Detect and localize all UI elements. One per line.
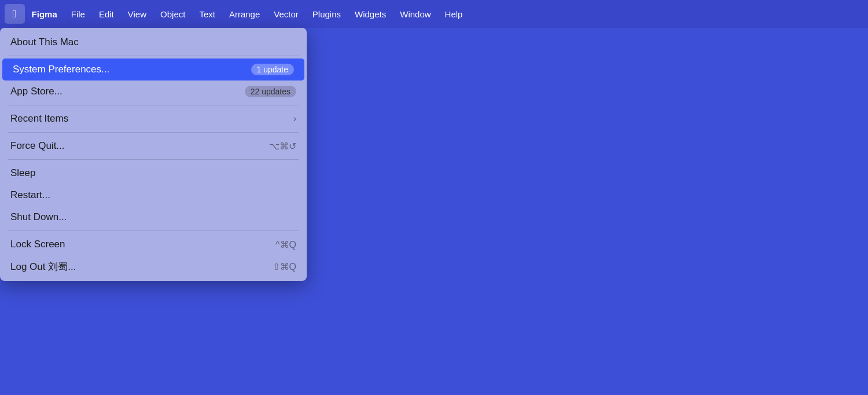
menu-item-force-quit[interactable]: Force Quit... ⌥⌘↺ <box>0 135 307 157</box>
menu-item-restart[interactable]: Restart... <box>0 184 307 206</box>
menubar-item-plugins[interactable]: Plugins <box>306 4 348 24</box>
menubar-item-file[interactable]: File <box>64 4 92 24</box>
menubar-item-vector[interactable]: Vector <box>267 4 306 24</box>
menu-item-force-quit-label: Force Quit... <box>10 140 65 152</box>
menu-item-log-out[interactable]: Log Out 刘蜀... ⇧⌘Q <box>0 255 307 277</box>
menubar-item-edit[interactable]: Edit <box>92 4 121 24</box>
menu-item-recent-items-label: Recent Items <box>10 113 68 125</box>
menubar-item-window[interactable]: Window <box>393 4 437 24</box>
apple-dropdown-menu: About This Mac System Preferences... 1 u… <box>0 28 307 281</box>
menu-item-about-label: About This Mac <box>10 36 79 48</box>
menu-item-app-store[interactable]: App Store... 22 updates <box>0 81 307 103</box>
menu-item-sleep[interactable]: Sleep <box>0 162 307 184</box>
menu-item-log-out-label: Log Out 刘蜀... <box>10 260 76 273</box>
menu-divider-2 <box>8 105 299 105</box>
menu-item-sleep-label: Sleep <box>10 167 35 179</box>
menu-item-system-prefs-label: System Preferences... <box>13 64 109 75</box>
menu-item-app-store-label: App Store... <box>10 86 62 97</box>
menu-item-lock-screen[interactable]: Lock Screen ^⌘Q <box>0 233 307 255</box>
menu-item-shut-down-label: Shut Down... <box>10 211 67 223</box>
menu-divider-3 <box>8 132 299 133</box>
menu-item-shut-down[interactable]: Shut Down... <box>0 206 307 228</box>
system-prefs-update-badge: 1 update <box>251 64 295 75</box>
menubar:  Figma File Edit View Object Text Arran… <box>0 0 868 28</box>
menubar-item-view[interactable]: View <box>121 4 153 24</box>
menu-divider-4 <box>8 159 299 160</box>
menubar-item-text[interactable]: Text <box>192 4 222 24</box>
menu-item-system-prefs[interactable]: System Preferences... 1 update <box>2 58 304 81</box>
menubar-item-arrange[interactable]: Arrange <box>222 4 267 24</box>
menu-divider-1 <box>8 56 299 56</box>
menubar-item-object[interactable]: Object <box>153 4 192 24</box>
menu-item-restart-label: Restart... <box>10 189 50 201</box>
lock-screen-shortcut: ^⌘Q <box>275 239 296 250</box>
menubar-item-widgets[interactable]: Widgets <box>348 4 393 24</box>
app-store-update-badge: 22 updates <box>245 86 296 97</box>
menubar-item-figma[interactable]: Figma <box>25 4 64 24</box>
menu-divider-5 <box>8 231 299 231</box>
menubar-item-help[interactable]: Help <box>438 4 470 24</box>
chevron-right-icon: › <box>293 114 296 124</box>
apple-menu-button[interactable]:  <box>5 4 25 24</box>
menu-item-recent-items[interactable]: Recent Items › <box>0 108 307 130</box>
menu-item-lock-screen-label: Lock Screen <box>10 239 65 250</box>
log-out-shortcut: ⇧⌘Q <box>273 261 296 272</box>
menu-item-about[interactable]: About This Mac <box>0 31 307 53</box>
force-quit-shortcut: ⌥⌘↺ <box>269 141 296 152</box>
